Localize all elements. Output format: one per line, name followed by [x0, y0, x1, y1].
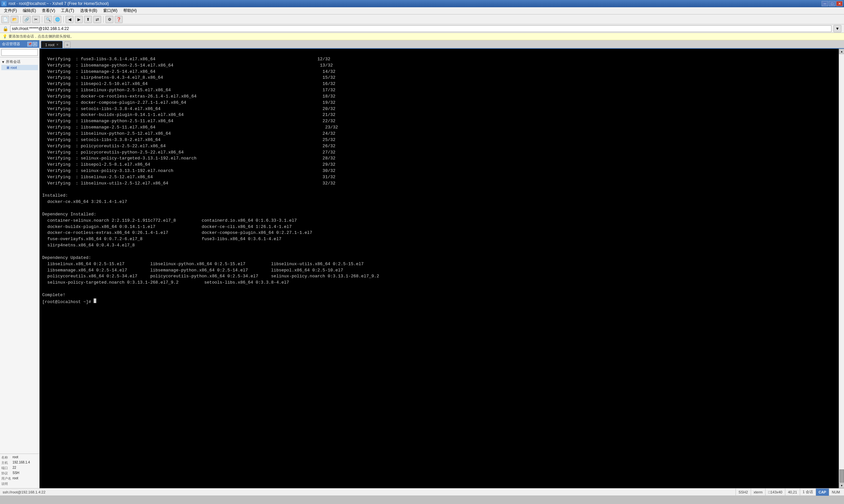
info-user-value: root [13, 476, 18, 481]
info-host-label: 主机 [1, 461, 11, 465]
toolbar-open[interactable]: 📂 [11, 16, 18, 23]
info-user-label: 用户名 [1, 476, 11, 481]
terminal-content[interactable]: Verifying : fuse3-libs-3.6.1-4.el7.x86_6… [39, 49, 839, 488]
toolbar-globe[interactable]: 🌐 [53, 16, 61, 23]
address-go-btn[interactable]: ▼ [833, 25, 841, 32]
session-panel-header: 会话管理器 📌 × [0, 40, 39, 48]
menu-view[interactable]: 查看(V) [39, 7, 58, 14]
tab-root-close[interactable]: × [56, 43, 58, 47]
tab-root[interactable]: 1 root × [41, 41, 63, 48]
session-panel-title: 会话管理器 [2, 41, 20, 47]
toolbar-btn-5[interactable]: ▶ [75, 16, 83, 23]
tree-group-all: ▼ 所有会话 🖥 root [1, 59, 38, 70]
toolbar-help[interactable]: ❓ [115, 16, 123, 23]
window-title: root - root@localhost:~ - Xshell 7 (Free… [8, 1, 109, 6]
terminal-lines: Verifying : fuse3-libs-3.6.1-4.el7.x86_6… [42, 57, 379, 298]
status-sessions: 1 会话 [800, 488, 816, 496]
menu-help[interactable]: 帮助(H) [121, 7, 139, 14]
info-host-value: 192.168.1.4 [13, 461, 30, 465]
toolbar-btn-4[interactable]: ◀ [66, 16, 73, 23]
status-connection: ssh://root@192.168.1.4:22 [1, 490, 736, 494]
scrollbar-thumb[interactable] [839, 469, 844, 483]
toolbar-new-session[interactable]: 📄 [1, 16, 9, 23]
session-panel-collapse[interactable]: × [33, 42, 37, 47]
session-panel-controls: 📌 × [28, 42, 37, 47]
tab-add-button[interactable]: + [64, 41, 71, 48]
session-search-input[interactable] [1, 49, 38, 56]
close-button[interactable]: ✕ [836, 1, 843, 6]
main-area: 会话管理器 📌 × ▼ 所有会话 🖥 root 名称 [0, 40, 844, 488]
tab-root-label: 1 root [45, 43, 54, 47]
status-ssh2: SSH2 [736, 488, 751, 496]
terminal-prompt: [root@localhost ~]# [42, 300, 93, 304]
info-port-value: 22 [13, 466, 16, 470]
terminal-area: Verifying : fuse3-libs-3.6.1-4.el7.x86_6… [39, 49, 844, 488]
session-panel: 会话管理器 📌 × ▼ 所有会话 🖥 root 名称 [0, 40, 39, 488]
scrollbar-down[interactable]: ▼ [839, 483, 844, 488]
info-row-host: 主机 192.168.1.4 [1, 461, 38, 465]
toolbar-connect[interactable]: 🔗 [23, 16, 31, 23]
lock-icon: 🔒 [3, 26, 8, 31]
minimize-button[interactable]: ─ [822, 1, 828, 6]
terminal-cursor [93, 299, 96, 303]
status-size-icon: □ [768, 490, 771, 494]
tree-expand-icon: ▼ [1, 60, 5, 64]
terminal-scrollbar[interactable]: ▲ ▼ [839, 49, 844, 488]
info-name-value: root [13, 455, 18, 460]
toolbar: 📄 📂 🔗 ✂ 🔍 🌐 ◀ ▶ ⬆ ⇄ ⚙ ❓ [0, 15, 844, 24]
info-note-label: 说明 [1, 482, 11, 486]
menu-tools[interactable]: 工具(T) [58, 7, 76, 14]
status-bar: ssh://root@192.168.1.4:22 SSH2 xterm □ 1… [0, 488, 844, 496]
status-cursor-pos: 40,21 [785, 488, 800, 496]
info-row-port: 端口 22 [1, 466, 38, 470]
tip-bar: 💡 要添加当前会话，点击左侧的箭头按钮。 [0, 33, 844, 40]
info-row-user: 用户名 root [1, 476, 38, 481]
toolbar-settings[interactable]: ⚙ [105, 16, 114, 23]
content-area: 1 root × + Verifying : fuse3-libs-3.6.1-… [39, 40, 844, 488]
info-proto-value: SSH [13, 471, 19, 476]
session-item-name: root [11, 66, 17, 70]
menu-window[interactable]: 窗口(W) [101, 7, 120, 14]
tip-icon: 💡 [3, 34, 7, 38]
toolbar-search[interactable]: 🔍 [44, 16, 52, 23]
toolbar-disconnect[interactable]: ✂ [32, 16, 40, 23]
tip-text: 要添加当前会话，点击左侧的箭头按钮。 [8, 34, 74, 39]
session-search-area [0, 48, 39, 57]
session-item-root[interactable]: 🖥 root [1, 65, 38, 70]
toolbar-sep-4 [103, 16, 104, 23]
tree-group-all-text: 所有会话 [6, 59, 20, 64]
tree-group-all-label[interactable]: ▼ 所有会话 [1, 59, 38, 65]
session-tree: ▼ 所有会话 🖥 root [0, 57, 39, 454]
address-bar: 🔒 ▼ [0, 24, 844, 33]
menu-tabs[interactable]: 选项卡(B) [77, 7, 100, 14]
toolbar-sep-2 [42, 16, 42, 23]
info-row-proto: 协议 SSH [1, 471, 38, 476]
window-controls: ─ □ ✕ [822, 1, 843, 6]
app-icon: X [1, 1, 6, 6]
maximize-button[interactable]: □ [829, 1, 836, 6]
scrollbar-up[interactable]: ▲ [839, 49, 844, 54]
address-input[interactable] [10, 25, 831, 32]
session-panel-pin[interactable]: 📌 [28, 42, 32, 47]
title-bar: X root - root@localhost:~ - Xshell 7 (Fr… [0, 0, 844, 7]
status-size-value: 143x40 [771, 490, 782, 494]
status-size: □ 143x40 [765, 488, 785, 496]
toolbar-transfer[interactable]: ⇄ [93, 16, 101, 23]
session-item-icon: 🖥 [6, 66, 10, 70]
status-xterm: xterm [751, 488, 765, 496]
session-info: 名称 root 主机 192.168.1.4 端口 22 协议 SSH 用户名 … [0, 454, 39, 488]
menu-bar: 文件(F) 编辑(E) 查看(V) 工具(T) 选项卡(B) 窗口(W) 帮助(… [0, 7, 844, 15]
tab-bar: 1 root × + [39, 40, 844, 49]
scrollbar-track[interactable] [839, 54, 844, 483]
info-row-note: 说明 [1, 482, 38, 486]
toolbar-btn-6[interactable]: ⬆ [84, 16, 92, 23]
info-proto-label: 协议 [1, 471, 11, 476]
info-name-label: 名称 [1, 455, 11, 460]
info-row-name: 名称 root [1, 455, 38, 460]
toolbar-sep-3 [63, 16, 64, 23]
terminal[interactable]: Verifying : fuse3-libs-3.6.1-4.el7.x86_6… [39, 49, 839, 488]
menu-edit[interactable]: 编辑(E) [20, 7, 38, 14]
menu-file[interactable]: 文件(F) [1, 7, 19, 14]
status-cap: CAP [816, 488, 829, 496]
toolbar-sep-1 [20, 16, 21, 23]
